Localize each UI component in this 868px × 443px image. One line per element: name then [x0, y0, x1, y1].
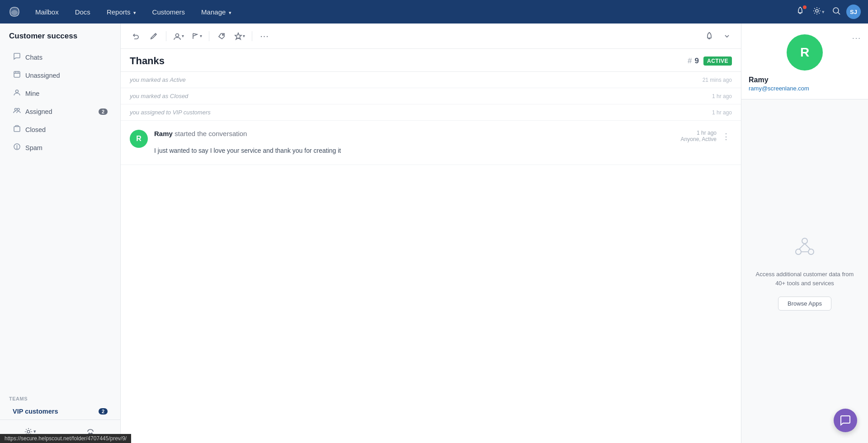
timeline-event: you assigned to VIP customers 1 hr ago [121, 104, 741, 121]
reports-arrow-icon: ▾ [133, 10, 136, 15]
conversation-toolbar: ▾ ▾ ▾ [121, 24, 741, 49]
timeline-event-text: you assigned to VIP customers [130, 109, 712, 116]
svg-line-16 [155, 34, 156, 35]
sidebar-item-assigned[interactable]: Assigned 2 [4, 103, 117, 120]
vip-badge: 2 [99, 408, 108, 415]
conversation-message: R Ramy started the conversation 1 hr ago… [121, 121, 741, 165]
customer-avatar-large: R [787, 34, 823, 71]
svg-point-14 [16, 148, 17, 148]
notification-badge [803, 5, 807, 9]
timeline-event-time: 1 hr ago [712, 93, 732, 99]
search-icon [832, 6, 841, 18]
assign-arrow-icon: ▾ [182, 33, 184, 38]
svg-point-20 [802, 238, 807, 244]
customer-avatar-area: R ⋯ [741, 24, 868, 76]
settings-button[interactable]: ▾ [810, 4, 826, 20]
chevron-down-button[interactable] [720, 28, 734, 44]
logo-icon[interactable] [7, 5, 22, 19]
manage-arrow-icon: ▾ [229, 10, 231, 15]
svg-point-8 [15, 90, 18, 93]
conversation-header: Thanks # 9 ACTIVE [121, 49, 741, 72]
notification-button[interactable] [792, 4, 808, 20]
sidebar-item-closed[interactable]: Closed [4, 121, 117, 138]
message-status: Anyone, Active [681, 136, 717, 142]
browse-apps-button[interactable]: Browse Apps [778, 297, 831, 311]
customer-more-button[interactable]: ⋯ [852, 33, 861, 43]
sidebar-item-mine[interactable]: Mine [4, 85, 117, 102]
conversation-title: Thanks [130, 55, 165, 67]
notification-bell-button[interactable] [701, 28, 717, 44]
timeline-event: you marked as Closed 1 hr ago [121, 88, 741, 104]
flag-button[interactable]: ▾ [189, 28, 204, 44]
help-chat-button[interactable] [834, 409, 857, 432]
chats-label: Chats [25, 54, 108, 61]
conversation-area: ▾ ▾ ▾ [121, 24, 741, 443]
svg-point-18 [222, 34, 223, 35]
message-avatar: R [130, 130, 148, 148]
nav-customers[interactable]: Customers [146, 5, 192, 19]
svg-point-2 [833, 8, 839, 13]
sender-action: started the conversation [175, 130, 247, 137]
svg-point-17 [176, 33, 179, 37]
flag-arrow-icon: ▾ [200, 33, 202, 38]
more-button[interactable]: ··· [257, 28, 272, 44]
closed-label: Closed [25, 126, 108, 133]
top-nav-icons: ▾ SJ [792, 4, 861, 20]
apps-description: Access additional customer data from 40+… [752, 270, 857, 287]
settings-chevron-icon: ▾ [822, 9, 825, 15]
svg-rect-11 [14, 127, 20, 132]
status-url: https://secure.helpscout.net/folder/4707… [5, 435, 127, 442]
sender-name: Ramy [154, 130, 173, 137]
right-panel: R ⋯ Ramy ramy@screenlane.com [741, 24, 868, 443]
sidebar-item-unassigned[interactable]: Unassigned [4, 66, 117, 84]
automate-button[interactable]: ▾ [232, 28, 247, 44]
sidebar-navigation: Chats Unassigned [0, 46, 120, 392]
settings-icon [812, 6, 821, 18]
nav-docs[interactable]: Docs [69, 5, 97, 19]
edit-button[interactable] [146, 28, 161, 44]
teams-header: TEAMS [0, 392, 120, 403]
apps-network-icon-area [790, 232, 819, 263]
unassigned-label: Unassigned [25, 72, 108, 79]
status-bar: https://secure.helpscout.net/folder/4707… [0, 434, 131, 443]
timeline-event-text: you marked as Active [130, 76, 703, 83]
tag-button[interactable] [214, 28, 229, 44]
conversation-id-prefix: # [688, 57, 692, 66]
user-avatar[interactable]: SJ [846, 5, 861, 19]
sidebar-title: Customer success [0, 24, 120, 46]
spam-icon [13, 143, 21, 152]
message-text: I just wanted to say I love your service… [154, 146, 732, 156]
unassigned-icon [13, 71, 21, 80]
svg-line-23 [799, 244, 805, 249]
message-more-button[interactable]: ⋮ [720, 130, 732, 143]
sidebar: Customer success Chats [0, 24, 121, 443]
toolbar-separator-3 [252, 31, 252, 41]
timeline-event: you marked as Active 21 mins ago [121, 72, 741, 88]
svg-point-15 [27, 430, 30, 433]
message-time: 1 hr ago [681, 130, 717, 136]
customer-email[interactable]: ramy@screenlane.com [749, 85, 861, 92]
message-header: Ramy started the conversation 1 hr ago A… [154, 130, 732, 143]
nav-manage[interactable]: Manage ▾ [195, 5, 237, 19]
conversation-timeline: you marked as Active 21 mins ago you mar… [121, 72, 741, 443]
mine-label: Mine [25, 90, 108, 97]
assigned-badge: 2 [99, 108, 108, 115]
network-graph-icon [790, 232, 819, 261]
automate-arrow-icon: ▾ [243, 33, 245, 38]
nav-reports[interactable]: Reports ▾ [100, 5, 142, 19]
search-button[interactable] [828, 4, 844, 20]
nav-mailbox[interactable]: Mailbox [29, 5, 65, 19]
customer-card: R ⋯ Ramy ramy@screenlane.com [741, 24, 868, 99]
customer-info: Ramy ramy@screenlane.com [741, 76, 868, 99]
sidebar-item-spam[interactable]: Spam [4, 139, 117, 156]
toolbar-separator-2 [209, 31, 209, 41]
svg-point-22 [808, 249, 814, 254]
timeline-event-time: 1 hr ago [712, 109, 732, 116]
status-badge: ACTIVE [703, 57, 732, 66]
sidebar-item-vip-customers[interactable]: VIP customers 2 [4, 404, 117, 419]
sidebar-item-chats[interactable]: Chats [4, 48, 117, 66]
undo-button[interactable] [128, 28, 143, 44]
assign-button[interactable]: ▾ [171, 28, 186, 44]
closed-icon [13, 125, 21, 134]
conversation-id-number: 9 [695, 57, 699, 66]
